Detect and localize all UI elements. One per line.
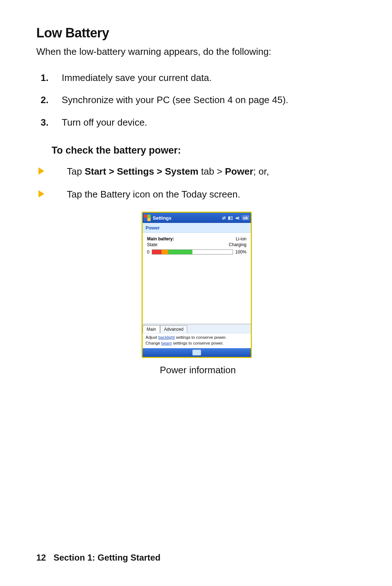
list-item: 1. Immediately save your current data. [52, 71, 359, 85]
text: Tap [67, 166, 85, 177]
keyboard-icon[interactable] [192, 350, 201, 355]
windows-flag-icon [144, 215, 151, 221]
speaker-icon: ◂ᴇ [235, 215, 240, 220]
triangle-bullet-icon [38, 190, 44, 198]
figure: Settings ⇄ ▮▯ ◂ᴇ ok Power Main battery: … [142, 212, 254, 376]
bottom-bar [143, 348, 251, 357]
text: tab > [199, 166, 225, 177]
panel-content: Main battery: Li-ion State: Charging 0 1… [143, 233, 251, 324]
triangle-bullet-icon [38, 167, 44, 175]
step-number: 3. [41, 116, 49, 130]
scale-max: 100% [235, 249, 246, 255]
hints-area: Adjust backlight settings to conserve po… [143, 333, 251, 348]
step-text: Synchronize with your PC (see Section 4 … [62, 94, 288, 105]
hint-line: Adjust backlight settings to conserve po… [146, 335, 248, 341]
state-label: State: [147, 242, 158, 247]
connectivity-icon: ⇄ [222, 215, 226, 220]
step-number: 1. [41, 71, 49, 85]
text: Change [146, 341, 161, 345]
signal-icon: ▮▯ [228, 215, 233, 220]
intro-text: When the low-battery warning appears, do… [36, 45, 359, 59]
tab-bar: Main Advanced [143, 324, 251, 333]
hint-line: Change beam settings to conserve power. [146, 341, 248, 346]
ok-button[interactable]: ok [242, 215, 249, 220]
page-number: 12 [36, 553, 46, 562]
battery-progress-bar [152, 249, 233, 255]
sub-heading: To check the battery power: [52, 145, 359, 156]
tab-main[interactable]: Main [143, 325, 160, 333]
beam-link[interactable]: beam [161, 341, 172, 345]
scale-min: 0 [147, 249, 150, 255]
bullet-item: Tap the Battery icon on the Today screen… [38, 188, 359, 202]
text: settings to conserve power. [172, 341, 224, 345]
battery-type: Li-ion [236, 236, 246, 241]
page-heading: Low Battery [36, 25, 359, 41]
list-item: 2. Synchronize with your PC (see Section… [52, 93, 359, 107]
text: ; or, [253, 166, 269, 177]
section-title: Section 1: Getting Started [53, 553, 160, 562]
window-title: Settings [153, 215, 171, 221]
bold-text: Power [225, 166, 253, 177]
text: Adjust [146, 335, 158, 339]
device-screenshot: Settings ⇄ ▮▯ ◂ᴇ ok Power Main battery: … [142, 212, 252, 358]
step-text: Turn off your device. [62, 117, 147, 128]
step-text: Immediately save your current data. [62, 72, 212, 83]
step-number: 2. [41, 93, 49, 107]
list-item: 3. Turn off your device. [52, 116, 359, 130]
state-value: Charging [229, 242, 246, 247]
bullet-item: Tap Start > Settings > System tab > Powe… [38, 165, 359, 179]
tab-advanced[interactable]: Advanced [160, 325, 187, 333]
panel-subheader: Power [143, 223, 251, 233]
steps-list: 1. Immediately save your current data. 2… [36, 71, 359, 130]
bold-text: Start > Settings > System [85, 166, 199, 177]
figure-caption: Power information [142, 365, 254, 376]
text: settings to conserve power. [175, 335, 227, 339]
page-footer: 12 Section 1: Getting Started [36, 553, 160, 563]
bullet-text: Tap the Battery icon on the Today screen… [67, 188, 240, 202]
main-battery-label: Main battery: [147, 236, 174, 241]
title-bar: Settings ⇄ ▮▯ ◂ᴇ ok [143, 213, 251, 223]
bullet-text: Tap Start > Settings > System tab > Powe… [67, 165, 269, 179]
backlight-link[interactable]: backlight [158, 335, 175, 339]
